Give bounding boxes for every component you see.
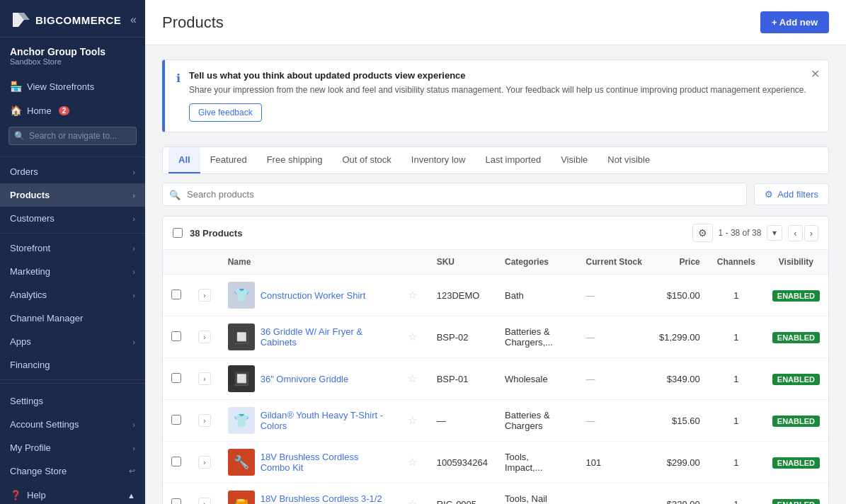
col-stock: Current Stock: [578, 250, 651, 275]
filter-tab-last-imported[interactable]: Last imported: [475, 147, 551, 173]
select-all-checkbox[interactable]: [173, 228, 183, 238]
secondary-nav: Storefront › Marketing › Analytics › Cha…: [0, 236, 145, 377]
sidebar-item-financing[interactable]: Financing: [0, 353, 145, 377]
favorite-button[interactable]: ☆: [405, 372, 420, 385]
expand-button[interactable]: ›: [198, 372, 211, 385]
page-size-dropdown[interactable]: ▾: [767, 225, 782, 241]
sidebar-item-apps[interactable]: Apps ›: [0, 330, 145, 353]
row-checkbox[interactable]: [171, 415, 181, 425]
prev-page-button[interactable]: ‹: [788, 225, 802, 241]
product-sku: BSP-02: [428, 316, 496, 358]
product-price: $329.00: [651, 483, 709, 505]
sidebar-item-storefront[interactable]: Storefront ›: [0, 236, 145, 260]
product-name-link[interactable]: Gildan® Youth Heavy T-Shirt - Colors: [261, 410, 388, 431]
bigcommerce-logo-icon: [8, 10, 31, 30]
main-content-area: Products + Add new ℹ Tell us what you th…: [145, 0, 846, 504]
expand-button[interactable]: ›: [198, 456, 211, 469]
product-name-link[interactable]: 18V Brushless Cordless 3-1/2 in. Framing…: [261, 493, 388, 504]
help-label: Help: [27, 490, 46, 500]
table-row: › 🔧 18V Brushless Cordless Combo Kit ☆ 1…: [163, 442, 828, 483]
table-row: › 🔲 36" Omnivore Griddle ☆ BSP-01 Wholes…: [163, 358, 828, 400]
store-name: Anchor Group Tools: [10, 46, 135, 57]
help-chevron-icon: ▲: [127, 491, 135, 500]
product-stock: —: [578, 358, 651, 400]
sidebar-search-input[interactable]: [8, 127, 137, 145]
expand-button[interactable]: ›: [198, 414, 211, 427]
sidebar-item-change-store[interactable]: Change Store ↩: [0, 459, 145, 483]
expand-button[interactable]: ›: [198, 331, 211, 343]
product-name-link[interactable]: 36" Omnivore Griddle: [261, 374, 349, 384]
filter-tab-featured[interactable]: Featured: [200, 147, 257, 173]
sidebar-item-label: Customers: [10, 213, 55, 224]
table-settings-button[interactable]: ⚙: [692, 224, 713, 242]
home-badge: 2: [59, 106, 70, 115]
feedback-banner: ℹ Tell us what you think about updated p…: [162, 59, 829, 132]
product-categories: Tools, Nail Guns,...: [496, 483, 578, 505]
product-image: 👕: [228, 407, 255, 434]
filter-tab-free-shipping[interactable]: Free shipping: [257, 147, 333, 173]
expand-button[interactable]: ›: [198, 498, 211, 504]
product-name-link[interactable]: 36 Griddle W/ Air Fryer & Cabinets: [261, 326, 388, 348]
sidebar-item-label: Products: [10, 190, 50, 200]
sidebar-item-settings[interactable]: Settings: [0, 389, 145, 413]
add-filters-button[interactable]: ⚙ Add filters: [754, 183, 829, 205]
sidebar-item-products[interactable]: Products ›: [0, 183, 145, 207]
product-price: $1,299.00: [651, 316, 709, 358]
sidebar-item-label: Analytics: [10, 290, 47, 300]
product-cell: 🔲 36" Omnivore Griddle: [228, 365, 388, 392]
col-star: [396, 250, 428, 275]
store-info: Anchor Group Tools Sandbox Store: [0, 38, 145, 71]
sidebar-item-customers[interactable]: Customers ›: [0, 207, 145, 230]
sidebar-item-marketing[interactable]: Marketing ›: [0, 260, 145, 283]
sidebar-item-help[interactable]: ❓ Help ▲: [0, 483, 145, 504]
search-input[interactable]: [162, 183, 747, 206]
sidebar-header: BIGCOMMERCE «: [0, 0, 145, 38]
table-row: › 🔲 36 Griddle W/ Air Fryer & Cabinets ☆…: [163, 316, 828, 358]
next-page-button[interactable]: ›: [804, 225, 818, 241]
sidebar-item-home[interactable]: 🏠 Home 2: [0, 98, 145, 122]
pagination-info: 1 - 38 of 38: [719, 228, 762, 238]
sidebar-collapse-button[interactable]: «: [130, 13, 137, 26]
filter-tab-inventory-low[interactable]: Inventory low: [401, 147, 476, 173]
filter-tab-all[interactable]: All: [168, 147, 200, 173]
chevron-icon: ›: [132, 444, 135, 452]
row-checkbox[interactable]: [171, 290, 181, 299]
sidebar-item-my-profile[interactable]: My Profile ›: [0, 436, 145, 459]
row-checkbox[interactable]: [171, 373, 181, 383]
row-checkbox[interactable]: [171, 331, 181, 341]
visibility-badge: ENABLED: [772, 374, 820, 385]
home-icon: 🏠: [10, 105, 21, 116]
favorite-button[interactable]: ☆: [405, 456, 420, 469]
product-visibility: ENABLED: [764, 483, 828, 505]
product-stock: —: [578, 400, 651, 442]
sidebar-item-analytics[interactable]: Analytics ›: [0, 283, 145, 307]
product-categories: Batteries & Chargers: [496, 400, 578, 442]
product-name-link[interactable]: Construction Worker Shirt: [261, 290, 366, 301]
sidebar-item-label: My Profile: [10, 442, 51, 453]
filter-tab-out-of-stock[interactable]: Out of stock: [332, 147, 401, 173]
give-feedback-button[interactable]: Give feedback: [189, 103, 262, 122]
filter-tab-not-visible[interactable]: Not visible: [598, 147, 660, 173]
add-new-button[interactable]: + Add new: [760, 11, 829, 33]
top-nav: 🏪 View Storefronts 🏠 Home 2 🔍: [0, 71, 145, 154]
chevron-icon: ›: [132, 191, 135, 200]
filter-tab-visible[interactable]: Visible: [551, 147, 598, 173]
favorite-button[interactable]: ☆: [405, 414, 420, 427]
sidebar-item-label: Orders: [10, 166, 38, 177]
row-checkbox[interactable]: [171, 457, 181, 466]
favorite-button[interactable]: ☆: [405, 331, 420, 343]
expand-button[interactable]: ›: [198, 289, 211, 302]
sidebar-item-channel-manager[interactable]: Channel Manager: [0, 307, 145, 330]
table-row: › 👕 Construction Worker Shirt ☆ 123DEMO …: [163, 275, 828, 316]
sidebar-item-orders[interactable]: Orders ›: [0, 160, 145, 183]
favorite-button[interactable]: ☆: [405, 289, 420, 302]
sidebar-item-account-settings[interactable]: Account Settings ›: [0, 413, 145, 436]
banner-title: Tell us what you think about updated pro…: [189, 70, 817, 81]
banner-close-button[interactable]: ✕: [811, 67, 820, 81]
sidebar-item-view-storefronts[interactable]: 🏪 View Storefronts: [0, 74, 145, 98]
product-visibility: ENABLED: [764, 358, 828, 400]
favorite-button[interactable]: ☆: [405, 498, 420, 504]
row-checkbox[interactable]: [171, 498, 181, 505]
product-name-link[interactable]: 18V Brushless Cordless Combo Kit: [261, 452, 388, 473]
product-channels: 1: [709, 442, 764, 483]
